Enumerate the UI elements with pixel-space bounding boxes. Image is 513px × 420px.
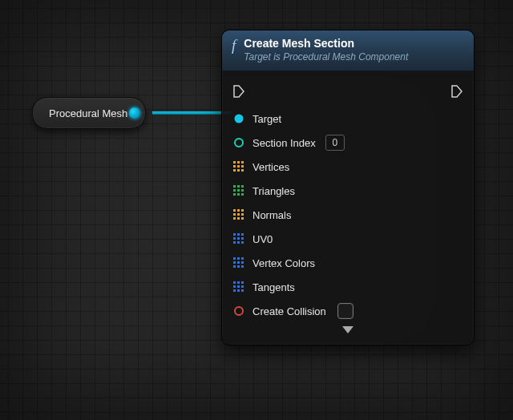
pin-normals-icon[interactable]	[233, 209, 244, 220]
pin-row-target[interactable]: Target	[233, 107, 463, 131]
pin-row-triangles[interactable]: Triangles	[233, 179, 463, 203]
pin-section-index-icon[interactable]	[233, 137, 244, 148]
node-subtitle: Target is Procedural Mesh Component	[244, 51, 408, 63]
pin-row-create-collision[interactable]: Create Collision	[233, 299, 463, 323]
pin-tangents-icon[interactable]	[233, 281, 244, 293]
svg-point-2	[235, 307, 243, 315]
exec-input-pin-icon[interactable]	[233, 85, 244, 98]
node-title: Create Mesh Section	[244, 37, 408, 50]
pin-create-collision-label: Create Collision	[252, 305, 326, 317]
chevron-down-icon	[342, 326, 353, 333]
node-procedural-mesh-label: Procedural Mesh	[49, 107, 127, 119]
exec-output-pin-icon[interactable]	[451, 85, 463, 98]
pin-tangents-label: Tangents	[252, 281, 295, 293]
node-header[interactable]: f Create Mesh Section Target is Procedur…	[222, 30, 474, 71]
pin-row-vertex-colors[interactable]: Vertex Colors	[233, 251, 463, 275]
output-pin-object-icon[interactable]	[129, 107, 140, 119]
node-body: Target Section Index 0 Vertices Tria	[222, 71, 474, 345]
pin-row-section-index[interactable]: Section Index 0	[233, 131, 463, 155]
create-collision-checkbox[interactable]	[337, 303, 353, 319]
pin-row-vertices[interactable]: Vertices	[233, 155, 463, 179]
pin-triangles-icon[interactable]	[233, 185, 244, 196]
pin-target-label: Target	[252, 113, 281, 125]
pin-normals-label: Normals	[252, 209, 291, 221]
node-create-mesh-section[interactable]: f Create Mesh Section Target is Procedur…	[221, 30, 475, 345]
section-index-input[interactable]: 0	[325, 135, 345, 151]
pin-vertex-colors-icon[interactable]	[233, 257, 244, 269]
pin-triangles-label: Triangles	[252, 185, 295, 197]
svg-point-0	[235, 115, 244, 123]
blueprint-graph-canvas[interactable]: Procedural Mesh f Create Mesh Section Ta…	[0, 0, 513, 420]
pin-row-tangents[interactable]: Tangents	[233, 275, 463, 299]
pin-row-uv0[interactable]: UV0	[233, 227, 463, 251]
pin-vertices-label: Vertices	[252, 161, 289, 173]
pin-target-icon[interactable]	[233, 113, 244, 124]
pin-vertices-icon[interactable]	[233, 161, 244, 172]
wire-proceduralmesh-to-target	[152, 111, 231, 115]
expand-node-button[interactable]	[233, 323, 463, 340]
pin-section-index-label: Section Index	[252, 137, 316, 149]
pin-vertex-colors-label: Vertex Colors	[252, 257, 315, 269]
svg-point-1	[235, 139, 243, 147]
pin-uv0-icon[interactable]	[233, 233, 244, 244]
node-procedural-mesh[interactable]: Procedural Mesh	[32, 97, 146, 129]
pin-uv0-label: UV0	[252, 233, 273, 245]
pin-row-normals[interactable]: Normals	[233, 203, 463, 227]
function-icon: f	[232, 38, 236, 53]
pin-create-collision-icon[interactable]	[233, 305, 244, 317]
